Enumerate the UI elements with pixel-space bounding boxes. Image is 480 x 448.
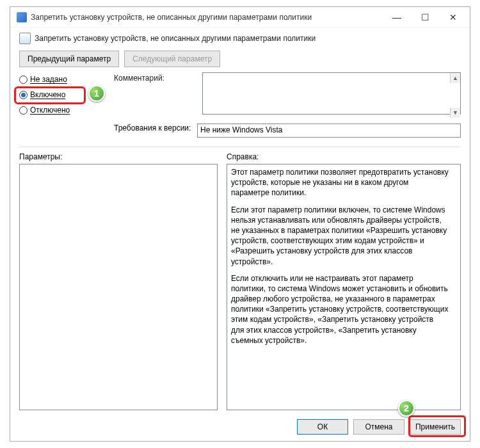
state-radio-group: Не задано Включено Отключено 1 [19, 72, 109, 118]
radio-circle-icon [19, 76, 28, 84]
dialog-footer: ОК Отмена Применить 2 [10, 413, 470, 441]
help-paragraph: Если этот параметр политики включен, то … [231, 205, 449, 267]
help-box[interactable]: Этот параметр политики позволяет предотв… [227, 164, 461, 410]
radio-enabled[interactable]: Включено [19, 88, 109, 102]
parameters-box [19, 164, 218, 410]
previous-setting-button[interactable]: Предыдущий параметр [19, 51, 119, 67]
cancel-button[interactable]: Отмена [353, 419, 404, 435]
radio-not-configured[interactable]: Не задано [19, 72, 109, 86]
scroll-down-icon[interactable]: ▼ [450, 108, 460, 118]
help-label: Справка: [227, 152, 461, 161]
help-paragraph: Если отключить или не настраивать этот п… [231, 273, 449, 346]
apply-button[interactable]: Применить [410, 419, 461, 435]
ok-button[interactable]: ОК [297, 419, 348, 435]
policy-editor-window: Запретить установку устройств, не описан… [10, 6, 470, 442]
radio-circle-checked-icon [19, 91, 28, 99]
separator [19, 147, 461, 147]
radio-disabled-label: Отключено [30, 106, 70, 115]
scroll-up-icon[interactable]: ▲ [450, 73, 460, 83]
radio-enabled-label: Включено [30, 90, 65, 99]
comment-textarea[interactable] [202, 72, 461, 115]
policy-header: Запретить установку устройств, не описан… [19, 33, 461, 44]
window-icon [17, 12, 27, 22]
minimize-button[interactable]: — [383, 8, 411, 26]
requirements-label: Требования к версии: [19, 124, 192, 138]
titlebar: Запретить установку устройств, не описан… [10, 7, 470, 28]
maximize-button[interactable]: ☐ [411, 8, 439, 26]
radio-disabled[interactable]: Отключено [19, 103, 109, 117]
close-button[interactable]: ✕ [439, 8, 467, 26]
requirements-field: Не ниже Windows Vista [197, 124, 461, 138]
policy-icon [19, 33, 31, 44]
parameters-label: Параметры: [19, 152, 218, 161]
policy-title: Запретить установку устройств, не описан… [35, 34, 316, 43]
window-title: Запретить установку устройств, не описан… [31, 13, 383, 22]
next-setting-button: Следующий параметр [124, 51, 220, 67]
comment-label: Комментарий: [114, 72, 197, 118]
radio-not-configured-label: Не задано [30, 75, 67, 84]
help-paragraph: Этот параметр политики позволяет предотв… [231, 167, 449, 198]
radio-circle-icon [19, 106, 28, 115]
